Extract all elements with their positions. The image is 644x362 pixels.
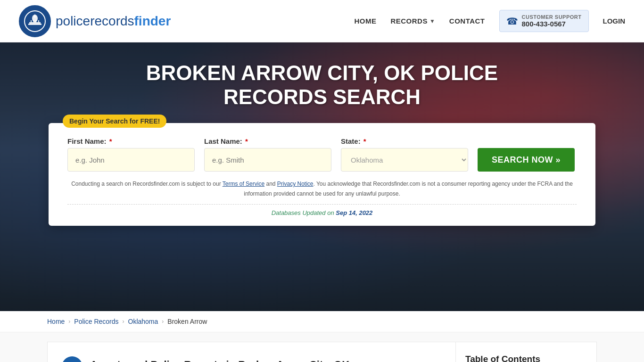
svg-rect-2: [29, 22, 41, 24]
main-nav: HOME RECORDS ▼ CONTACT ☎ CUSTOMER SUPPOR…: [354, 10, 625, 32]
search-button[interactable]: SEARCH NOW »: [478, 148, 575, 172]
state-group: State: * Oklahoma Alabama Alaska Arizona…: [341, 137, 468, 172]
nav-home[interactable]: HOME: [354, 17, 376, 25]
logo-text: policerecordsfinder: [56, 14, 171, 29]
svg-rect-7: [38, 20, 39, 22]
nav-records-container[interactable]: RECORDS ▼: [390, 17, 435, 25]
hero-content: BROKEN ARROW CITY, OK POLICE RECORDS SEA…: [0, 61, 644, 226]
svg-rect-3: [28, 24, 41, 25]
first-name-required: *: [109, 137, 112, 145]
breadcrumb-police-records[interactable]: Police Records: [74, 318, 118, 325]
content-left: Arrests and Police Reports in Broken Arr…: [47, 342, 455, 362]
records-chevron-icon: ▼: [429, 18, 435, 25]
begin-badge: Begin Your Search for FREE!: [63, 115, 166, 128]
hero-section: BROKEN ARROW CITY, OK POLICE RECORDS SEA…: [0, 42, 644, 311]
header: policerecordsfinder HOME RECORDS ▼ CONTA…: [0, 0, 644, 42]
last-name-input[interactable]: [204, 148, 331, 172]
customer-support-button[interactable]: ☎ CUSTOMER SUPPORT 800-433-0567: [499, 10, 589, 32]
disclaimer-text: Conducting a search on Recordsfinder.com…: [67, 179, 577, 198]
search-box: Begin Your Search for FREE! First Name: …: [49, 123, 595, 226]
breadcrumb-sep-1: ›: [68, 318, 70, 325]
updated-text: Databases Updated on Sep 14, 2022: [67, 209, 577, 216]
content-right: Table of Contents › Arrests and Police R…: [455, 342, 597, 362]
nav-records[interactable]: RECORDS: [390, 17, 428, 25]
logo[interactable]: policerecordsfinder: [19, 5, 171, 37]
breadcrumb-broken-arrow: Broken Arrow: [167, 318, 207, 325]
terms-link[interactable]: Terms of Service: [223, 181, 264, 187]
svg-rect-5: [33, 20, 34, 22]
privacy-link[interactable]: Privacy Notice: [277, 181, 314, 187]
headphone-icon: ☎: [506, 16, 518, 27]
section-title: Arrests and Police Reports in Broken Arr…: [90, 359, 349, 362]
main-content: Arrests and Police Reports in Broken Arr…: [0, 332, 644, 362]
breadcrumb-sep-3: ›: [162, 318, 164, 325]
state-select[interactable]: Oklahoma Alabama Alaska Arizona Arkansas…: [341, 148, 468, 172]
support-text: CUSTOMER SUPPORT 800-433-0567: [522, 14, 582, 28]
hero-title: BROKEN ARROW CITY, OK POLICE RECORDS SEA…: [110, 61, 534, 109]
first-name-input[interactable]: [67, 148, 195, 172]
support-number: 800-433-0567: [522, 20, 582, 28]
svg-rect-4: [31, 20, 32, 22]
breadcrumb-home[interactable]: Home: [47, 318, 65, 325]
last-name-label: Last Name: *: [204, 137, 331, 145]
breadcrumb: Home › Police Records › Oklahoma › Broke…: [0, 311, 644, 332]
capitol-svg: [24, 10, 46, 33]
badge-icon: [62, 356, 83, 362]
login-button[interactable]: LOGIN: [603, 17, 626, 25]
toc-title: Table of Contents: [465, 354, 587, 362]
search-form-row: First Name: * Last Name: * State: *: [67, 137, 577, 172]
state-label: State: *: [341, 137, 468, 145]
breadcrumb-oklahoma[interactable]: Oklahoma: [128, 318, 158, 325]
logo-police: policerecords: [56, 14, 134, 28]
breadcrumb-sep-2: ›: [123, 318, 124, 325]
support-label: CUSTOMER SUPPORT: [522, 14, 582, 20]
last-name-required: *: [245, 137, 248, 145]
section-title-block: Arrests and Police Reports in Broken Arr…: [90, 359, 349, 362]
nav-contact[interactable]: CONTACT: [449, 17, 485, 25]
form-divider: [67, 204, 577, 205]
logo-finder: finder: [134, 14, 171, 28]
section-header: Arrests and Police Reports in Broken Arr…: [62, 356, 441, 362]
first-name-group: First Name: *: [67, 137, 195, 172]
logo-icon: [19, 5, 51, 37]
svg-rect-6: [35, 20, 36, 22]
state-required: *: [363, 137, 366, 145]
first-name-label: First Name: *: [67, 137, 195, 145]
last-name-group: Last Name: *: [204, 137, 331, 172]
